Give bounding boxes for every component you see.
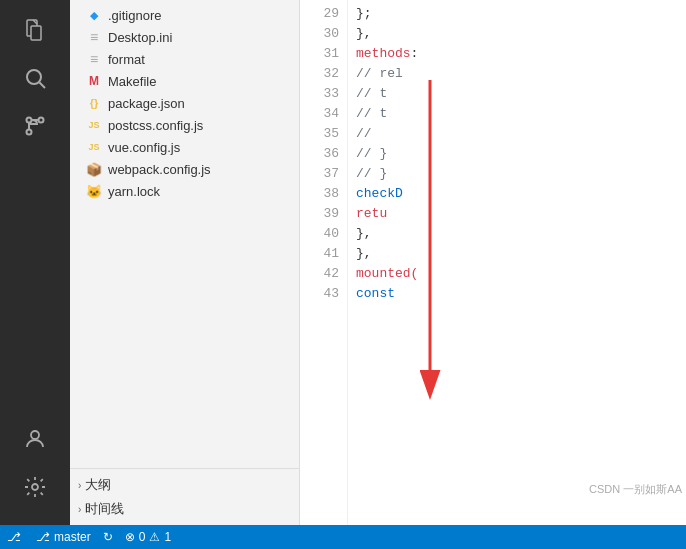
file-name: Desktop.ini xyxy=(108,30,172,45)
file-name: webpack.config.js xyxy=(108,162,211,177)
code-line: // } xyxy=(356,164,678,184)
status-bar: ⎇ ⎇ master ↻ ⊗ 0 ⚠ 1 xyxy=(0,525,686,549)
svg-rect-1 xyxy=(31,26,41,40)
code-line: }; xyxy=(356,4,678,24)
svg-point-5 xyxy=(39,118,44,123)
code-line: // t xyxy=(356,104,678,124)
sync-icon: ↻ xyxy=(103,530,113,544)
packagejson-icon: {} xyxy=(86,95,102,111)
code-line: retu xyxy=(356,204,678,224)
list-item[interactable]: 🐱 yarn.lock xyxy=(70,180,299,202)
svg-line-3 xyxy=(40,83,46,89)
file-name: Makefile xyxy=(108,74,156,89)
code-line: // } xyxy=(356,144,678,164)
search-icon[interactable] xyxy=(15,58,55,98)
gitignore-icon: ◆ xyxy=(86,7,102,23)
file-name: postcss.config.js xyxy=(108,118,203,133)
vueconfig-icon: JS xyxy=(86,139,102,155)
branch-icon-left: ⎇ xyxy=(7,530,21,544)
warning-icon: ⚠ xyxy=(149,530,160,544)
editor-code-view: 29 30 31 32 33 34 35 36 37 38 39 40 41 4… xyxy=(300,0,686,525)
list-item[interactable]: {} package.json xyxy=(70,92,299,114)
chevron-right-icon: › xyxy=(78,504,81,515)
list-item[interactable]: JS vue.config.js xyxy=(70,136,299,158)
yarn-icon: 🐱 xyxy=(86,183,102,199)
chevron-right-icon: › xyxy=(78,480,81,491)
format-icon: ≡ xyxy=(86,51,102,67)
code-line: }, xyxy=(356,224,678,244)
file-name: yarn.lock xyxy=(108,184,160,199)
timeline-label: 时间线 xyxy=(85,500,124,518)
git-branch-icon: ⎇ xyxy=(36,530,50,544)
code-line: const xyxy=(356,284,678,304)
sync-button[interactable]: ↻ xyxy=(103,530,113,544)
active-indicator: ⎇ xyxy=(0,525,28,549)
file-name: format xyxy=(108,52,145,67)
account-icon[interactable] xyxy=(15,419,55,459)
branch-info[interactable]: ⎇ master xyxy=(36,530,91,544)
file-name: vue.config.js xyxy=(108,140,180,155)
branch-name: master xyxy=(54,530,91,544)
webpack-icon: 📦 xyxy=(86,161,102,177)
svg-point-8 xyxy=(32,484,38,490)
list-item[interactable]: ≡ format xyxy=(70,48,299,70)
timeline-item[interactable]: › 时间线 xyxy=(70,497,299,521)
code-line: // rel xyxy=(356,64,678,84)
error-icon: ⊗ xyxy=(125,530,135,544)
svg-point-4 xyxy=(27,118,32,123)
outline-label: 大纲 xyxy=(85,476,111,494)
file-name: package.json xyxy=(108,96,185,111)
desktopini-icon: ≡ xyxy=(86,29,102,45)
outline-section: › 大纲 › 时间线 xyxy=(70,468,299,525)
list-item[interactable]: ≡ Desktop.ini xyxy=(70,26,299,48)
list-item[interactable]: JS postcss.config.js xyxy=(70,114,299,136)
files-icon[interactable] xyxy=(15,10,55,50)
file-name: .gitignore xyxy=(108,8,161,23)
line-numbers: 29 30 31 32 33 34 35 36 37 38 39 40 41 4… xyxy=(300,0,348,525)
settings-icon[interactable] xyxy=(15,467,55,507)
code-line: // t xyxy=(356,84,678,104)
svg-point-7 xyxy=(31,431,39,439)
file-explorer-panel: ◆ .gitignore ≡ Desktop.ini ≡ format M Ma… xyxy=(70,0,300,525)
svg-point-2 xyxy=(27,70,41,84)
code-area: }; }, methods: // rel // t // t xyxy=(348,0,686,525)
outline-item[interactable]: › 大纲 xyxy=(70,473,299,497)
code-line: checkD xyxy=(356,184,678,204)
errors-warnings[interactable]: ⊗ 0 ⚠ 1 xyxy=(125,530,171,544)
code-line: mounted( xyxy=(356,264,678,284)
code-line: methods: xyxy=(356,44,678,64)
error-count: 0 xyxy=(139,530,146,544)
editor-panel: 29 30 31 32 33 34 35 36 37 38 39 40 41 4… xyxy=(300,0,686,525)
activity-bar xyxy=(0,0,70,525)
code-line: }, xyxy=(356,244,678,264)
code-line: // xyxy=(356,124,678,144)
file-list: ◆ .gitignore ≡ Desktop.ini ≡ format M Ma… xyxy=(70,0,299,468)
warning-count: 1 xyxy=(164,530,171,544)
git-icon[interactable] xyxy=(15,106,55,146)
list-item[interactable]: 📦 webpack.config.js xyxy=(70,158,299,180)
makefile-icon: M xyxy=(86,73,102,89)
code-line: }, xyxy=(356,24,678,44)
postcss-icon: JS xyxy=(86,117,102,133)
list-item[interactable]: ◆ .gitignore xyxy=(70,4,299,26)
svg-point-6 xyxy=(27,130,32,135)
list-item[interactable]: M Makefile xyxy=(70,70,299,92)
